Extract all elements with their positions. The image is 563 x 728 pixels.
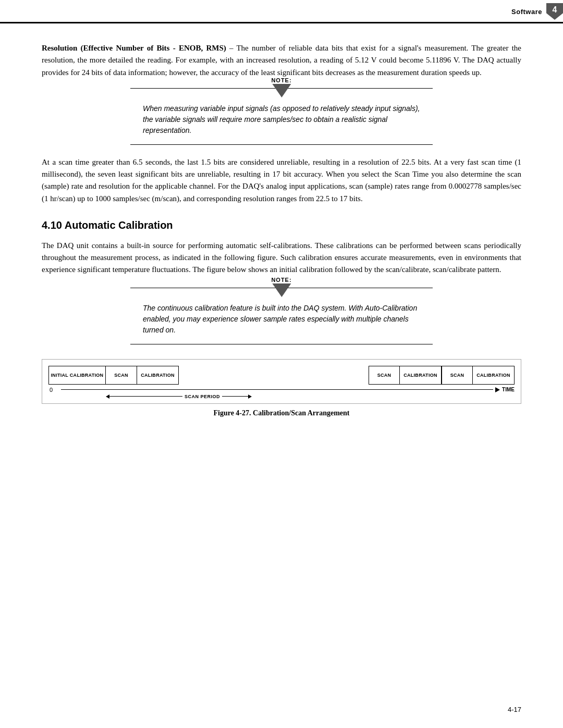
tl-box-scan-3: SCAN	[442, 366, 473, 385]
sp-label: SCAN PERIOD	[182, 394, 222, 399]
body-paragraph-1: At a scan time greater than 6.5 seconds,…	[42, 156, 521, 205]
section-title: Automatic Calibration	[65, 219, 173, 231]
note-triangle-1	[272, 84, 291, 97]
tl-zero-label: 0	[48, 387, 59, 393]
page-footer: 4-17	[508, 706, 521, 713]
sp-line-right	[222, 396, 248, 397]
note-text-1: When measuring variable input signals (a…	[143, 103, 420, 136]
note-text-2: The continuous calibration feature is bu…	[143, 303, 420, 336]
tl-box-cal-2: CALIBRATION	[400, 366, 442, 385]
note-box-2: NOTE: The continuous calibration feature…	[130, 288, 433, 344]
timeline-arrow-row: 0 TIME	[48, 387, 515, 393]
resolution-heading: Resolution (Effective Number of Bits - E…	[42, 44, 226, 52]
header-software-label: Software	[511, 8, 546, 16]
section-number: 4.10	[42, 219, 62, 231]
chapter-number: 4	[553, 5, 557, 15]
note-box-1: NOTE: When measuring variable input sign…	[130, 88, 433, 145]
section-heading: 4.10 Automatic Calibration	[42, 219, 521, 231]
header-right: Software 4	[511, 3, 563, 20]
note-icon-1: NOTE:	[269, 77, 293, 97]
sp-arrow-left	[106, 394, 109, 399]
timeline-boxes: INITIAL CALIBRATION SCAN CALIBRATION SCA…	[48, 366, 515, 385]
note-label-2: NOTE:	[269, 277, 293, 283]
sp-arrow-right	[248, 394, 252, 399]
figure-caption-text: Figure 4-27. Calibration/Scan Arrangemen…	[213, 409, 349, 417]
figure-container: INITIAL CALIBRATION SCAN CALIBRATION SCA…	[42, 359, 521, 417]
tl-time-label: TIME	[500, 387, 515, 392]
page-number: 4-17	[508, 706, 521, 713]
header-bar: Software 4	[0, 0, 563, 23]
tl-box-initial: INITIAL CALIBRATION	[48, 366, 106, 385]
timeline-diagram: INITIAL CALIBRATION SCAN CALIBRATION SCA…	[42, 359, 521, 404]
sp-line-left	[109, 396, 182, 397]
figure-caption: Figure 4-27. Calibration/Scan Arrangemen…	[42, 409, 521, 417]
main-content: Resolution (Effective Number of Bits - E…	[0, 23, 563, 442]
header-chapter-badge: 4	[546, 3, 563, 20]
tl-box-scan-1: SCAN	[106, 366, 137, 385]
tl-arrow-head	[495, 387, 500, 392]
tl-arrow-line	[61, 389, 493, 390]
tl-box-cal-3: CALIBRATION	[473, 366, 515, 385]
note-icon-2: NOTE:	[269, 277, 293, 297]
scan-period-row: SCAN PERIOD	[48, 394, 515, 399]
note-label-1: NOTE:	[269, 77, 293, 83]
tl-box-scan-2: SCAN	[369, 366, 400, 385]
resolution-paragraph: Resolution (Effective Number of Bits - E…	[42, 42, 521, 79]
note-triangle-2	[272, 283, 291, 297]
body-paragraph-2: The DAQ unit contains a built-in source …	[42, 240, 521, 276]
tl-box-cal-1: CALIBRATION	[137, 366, 179, 385]
